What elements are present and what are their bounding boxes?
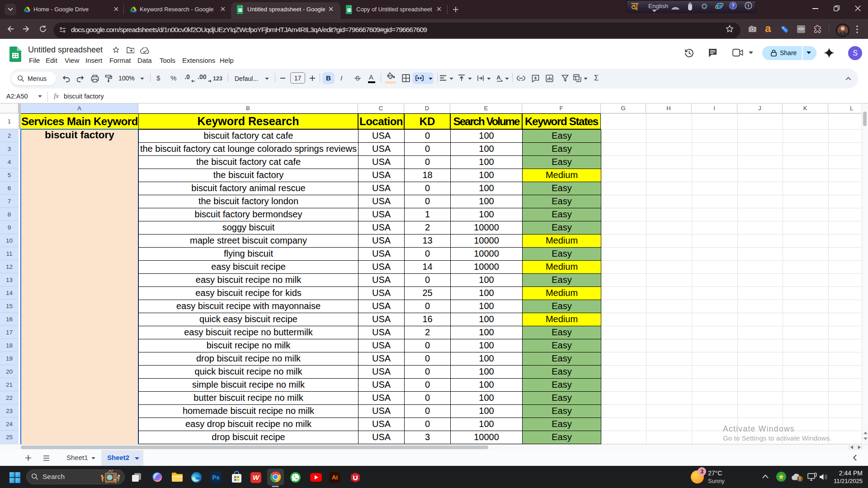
svg-text:A: A xyxy=(496,74,501,81)
svg-text:?: ? xyxy=(731,3,735,8)
